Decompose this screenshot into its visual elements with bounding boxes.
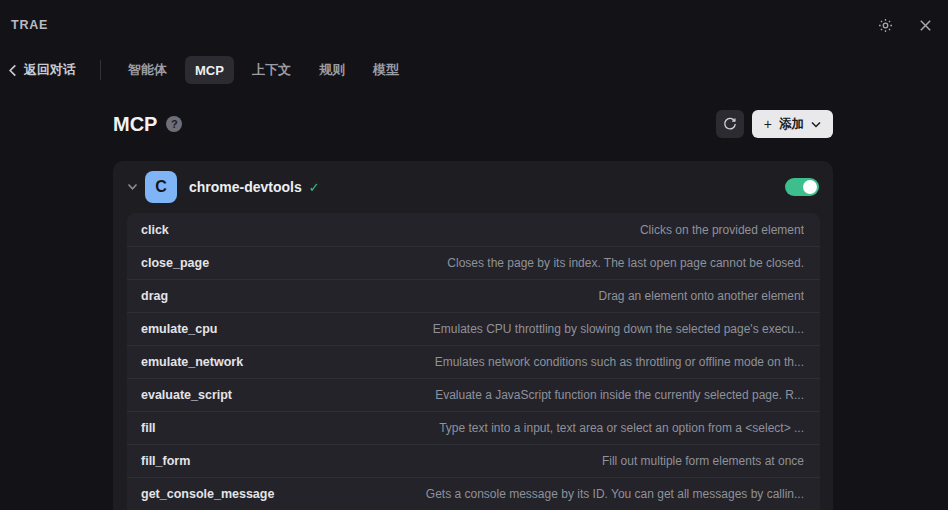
nav-divider — [100, 60, 101, 80]
tool-row-close-page[interactable]: close_page Closes the page by its index.… — [127, 246, 820, 279]
title-bar: TRAE — [0, 0, 948, 48]
tool-name: close_page — [141, 256, 209, 270]
close-icon[interactable] — [914, 14, 936, 36]
server-name: chrome-devtools — [189, 179, 302, 195]
refresh-button[interactable] — [716, 110, 744, 138]
toggle-knob — [803, 180, 817, 194]
tool-name: emulate_cpu — [141, 322, 217, 336]
tool-name: emulate_network — [141, 355, 243, 369]
tool-row-emulate-network[interactable]: emulate_network Emulates network conditi… — [127, 345, 820, 378]
plus-icon: + — [764, 116, 772, 132]
collapse-chevron-icon[interactable] — [123, 178, 141, 196]
tool-row-get-console-message[interactable]: get_console_message Gets a console messa… — [127, 477, 820, 510]
tool-description: Evaluate a JavaScript function inside th… — [435, 388, 804, 402]
tool-description: Fill out multiple form elements at once — [602, 454, 804, 468]
tool-name: drag — [141, 289, 168, 303]
tool-description: Clicks on the provided element — [640, 223, 804, 237]
tool-description: Emulates network conditions such as thro… — [435, 355, 804, 369]
tool-name: fill — [141, 421, 156, 435]
tool-description: Emulates CPU throttling by slowing down … — [433, 322, 804, 336]
settings-nav: 返回对话 智能体 MCP 上下文 规则 模型 — [0, 56, 948, 84]
tools-table: click Clicks on the provided element clo… — [127, 213, 820, 510]
chevron-down-icon — [811, 121, 821, 128]
add-mcp-button[interactable]: + 添加 — [752, 110, 833, 138]
back-label: 返回对话 — [24, 61, 76, 79]
refresh-icon — [723, 117, 737, 131]
tool-name: click — [141, 223, 169, 237]
server-avatar: C — [145, 171, 177, 203]
mcp-server-card: C chrome-devtools ✓ click Clicks on the … — [113, 161, 833, 510]
tool-row-fill-form[interactable]: fill_form Fill out multiple form element… — [127, 444, 820, 477]
tab-mcp[interactable]: MCP — [185, 56, 234, 84]
tool-name: fill_form — [141, 454, 190, 468]
tool-description: Closes the page by its index. The last o… — [447, 256, 804, 270]
app-title: TRAE — [11, 18, 48, 32]
tool-row-fill[interactable]: fill Type text into a input, text area o… — [127, 411, 820, 444]
tool-name: get_console_message — [141, 487, 274, 501]
tool-row-drag[interactable]: drag Drag an element onto another elemen… — [127, 279, 820, 312]
tool-description: Type text into a input, text area or sel… — [439, 421, 804, 435]
server-enabled-toggle[interactable] — [785, 178, 819, 196]
server-card-header: C chrome-devtools ✓ — [113, 161, 833, 213]
tool-description: Gets a console message by its ID. You ca… — [426, 487, 804, 501]
back-to-chat-link[interactable]: 返回对话 — [8, 56, 76, 84]
add-button-label: 添加 — [779, 116, 804, 133]
tab-agents[interactable]: 智能体 — [118, 56, 177, 84]
page-header: MCP ? + 添加 — [113, 108, 833, 140]
tool-name: evaluate_script — [141, 388, 232, 402]
tab-models[interactable]: 模型 — [363, 56, 409, 84]
help-icon[interactable]: ? — [166, 116, 182, 132]
tool-row-emulate-cpu[interactable]: emulate_cpu Emulates CPU throttling by s… — [127, 312, 820, 345]
tool-row-evaluate-script[interactable]: evaluate_script Evaluate a JavaScript fu… — [127, 378, 820, 411]
chevron-left-icon — [8, 64, 17, 77]
tab-context[interactable]: 上下文 — [242, 56, 301, 84]
tab-rules[interactable]: 规则 — [309, 56, 355, 84]
page-title: MCP — [113, 113, 157, 136]
tool-description: Drag an element onto another element — [599, 289, 804, 303]
settings-gear-icon[interactable] — [874, 14, 896, 36]
status-check-icon: ✓ — [309, 180, 320, 195]
tool-row-click[interactable]: click Clicks on the provided element — [127, 213, 820, 246]
tab-list: 智能体 MCP 上下文 规则 模型 — [118, 56, 409, 84]
